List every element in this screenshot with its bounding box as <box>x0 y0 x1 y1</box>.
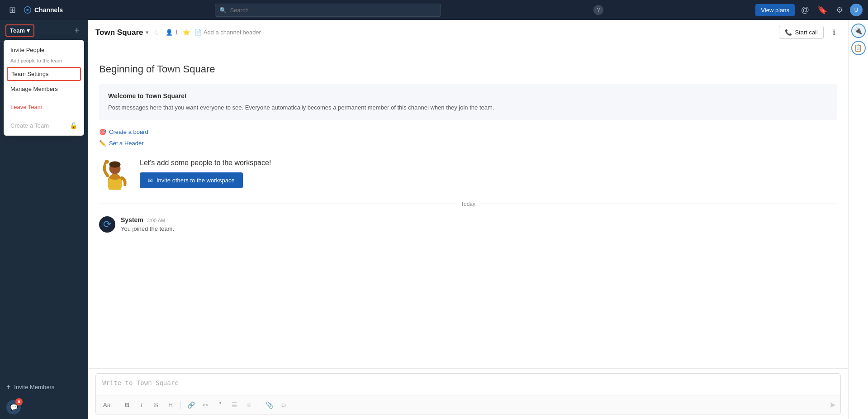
board-icon: 🎯 <box>99 129 106 135</box>
sidebar-header: Team ▾ + <box>0 20 88 42</box>
dropdown-divider-2 <box>4 116 84 116</box>
dropdown-invite-sub: Add people to the team <box>4 57 84 66</box>
dropdown-divider <box>4 98 84 98</box>
font-button[interactable]: Aa <box>100 399 113 411</box>
dropdown-leave-team[interactable]: Leave Team <box>4 100 84 114</box>
channel-info-button[interactable]: ℹ <box>827 26 841 39</box>
attach-button[interactable]: 📎 <box>263 399 275 411</box>
sidebar-bottom: 💬 8 <box>0 395 88 419</box>
welcome-text: Post messages here that you want everyon… <box>108 103 828 112</box>
team-name: Team ▾ <box>10 27 30 34</box>
plugin-icon: 🔌 <box>854 27 863 35</box>
input-box: Aa B I S H 🔗 <> " ☰ ≡ 📎 ☺ ➤ <box>95 373 841 414</box>
board-sidebar-icon: 📋 <box>854 44 863 52</box>
input-toolbar: Aa B I S H 🔗 <> " ☰ ≡ 📎 ☺ ➤ <box>96 395 840 414</box>
welcome-box: Welcome to Town Square! Post messages he… <box>99 84 837 120</box>
set-header-link[interactable]: ✏️ Set a Header <box>99 140 837 147</box>
dropdown-invite-people[interactable]: Invite People <box>4 43 84 57</box>
app-logo: Channels <box>24 6 63 14</box>
channel-header-right: 📞 Start call ℹ <box>779 26 841 39</box>
today-divider: Today <box>99 201 837 207</box>
message-sender: System <box>121 216 143 224</box>
message-text: You joined the team. <box>121 225 174 232</box>
member-count[interactable]: 👤 1 <box>166 29 178 36</box>
channel-meta: 👤 1 ⭐ 📄 Add a channel header <box>166 29 261 36</box>
person-illustration <box>99 156 131 192</box>
invite-heading: Let's add some people to the workspace! <box>140 159 271 167</box>
layout: Team ▾ + Invite People Add people to the… <box>0 20 868 419</box>
badge-count: 8 <box>15 398 23 405</box>
user-avatar[interactable]: U <box>850 4 863 16</box>
app-name: Channels <box>34 6 63 14</box>
channel-title-group: Town Square ▾ ☆ <box>95 28 159 37</box>
search-input[interactable] <box>215 4 441 17</box>
ordered-list-button[interactable]: ≡ <box>242 399 255 411</box>
message-content: System 3:00 AM You joined the team. <box>121 216 174 233</box>
bookmarks-icon[interactable]: 🔖 <box>816 3 829 17</box>
strikethrough-button[interactable]: S <box>150 399 162 411</box>
toolbar-divider-1 <box>117 401 117 409</box>
unordered-list-button[interactable]: ☰ <box>228 399 241 411</box>
pencil-icon: ✏️ <box>99 140 106 147</box>
dropdown-manage-members[interactable]: Manage Members <box>4 82 84 96</box>
settings-icon[interactable]: ⚙ <box>833 3 846 17</box>
start-call-button[interactable]: 📞 Start call <box>779 26 824 39</box>
today-label: Today <box>461 201 475 207</box>
invite-content: Let's add some people to the workspace! … <box>140 159 271 188</box>
channel-beginning-title: Beginning of Town Square <box>99 63 837 75</box>
bold-button[interactable]: B <box>121 399 133 411</box>
plus-icon: + <box>6 383 10 391</box>
svg-point-4 <box>105 159 109 163</box>
toolbar-divider-2 <box>180 401 181 409</box>
svg-point-3 <box>109 161 121 167</box>
channel-header: Town Square ▾ ☆ 👤 1 ⭐ 📄 Add a channel he… <box>88 20 848 45</box>
message-header: System 3:00 AM <box>121 216 174 224</box>
toolbar-divider-3 <box>259 401 259 409</box>
help-button[interactable]: ? <box>593 5 603 15</box>
channel-input-area: Aa B I S H 🔗 <> " ☰ ≡ 📎 ☺ ➤ <box>88 368 848 419</box>
search-icon: 🔍 <box>219 7 227 14</box>
member-icon: 👤 <box>166 29 173 36</box>
lock-icon: 🔒 <box>70 122 77 129</box>
invite-workspace-button[interactable]: ✉ Invite others to the workspace <box>140 172 243 188</box>
main-content: Town Square ▾ ☆ 👤 1 ⭐ 📄 Add a channel he… <box>88 20 848 419</box>
dropdown-create-team[interactable]: Create a Team 🔒 <box>4 118 84 133</box>
quote-button[interactable]: " <box>213 399 226 411</box>
link-button[interactable]: 🔗 <box>185 399 197 411</box>
create-board-link[interactable]: 🎯 Create a board <box>99 129 837 135</box>
right-sidebar: 🔌 📋 <box>848 20 868 419</box>
add-channel-button[interactable]: + <box>71 25 83 37</box>
doc-icon: 📄 <box>194 29 202 36</box>
message-input[interactable] <box>96 374 840 394</box>
heading-button[interactable]: H <box>164 399 177 411</box>
favorite-icon[interactable]: ⭐ <box>183 29 190 36</box>
view-plans-button[interactable]: View plans <box>755 4 795 16</box>
channel-star-icon[interactable]: ☆ <box>153 29 159 37</box>
invite-section: Let's add some people to the workspace! … <box>99 156 837 192</box>
notification-badge[interactable]: 💬 8 <box>6 400 21 414</box>
right-sidebar-board-icon[interactable]: 📋 <box>851 41 866 55</box>
search-bar: 🔍 <box>215 4 441 17</box>
code-button[interactable]: <> <box>199 399 212 411</box>
envelope-icon: ✉ <box>148 177 153 184</box>
team-dropdown-menu: Invite People Add people to the team Tea… <box>4 40 84 136</box>
right-sidebar-plugin-icon[interactable]: 🔌 <box>851 24 866 38</box>
team-dropdown-button[interactable]: Team ▾ <box>5 24 34 37</box>
channel-body: Beginning of Town Square Welcome to Town… <box>88 45 848 368</box>
system-avatar: ⟳ <box>99 216 115 233</box>
dropdown-team-settings[interactable]: Team Settings <box>7 67 81 81</box>
italic-button[interactable]: I <box>135 399 148 411</box>
phone-icon: 📞 <box>785 29 792 36</box>
emoji-button[interactable]: ☺ <box>277 399 290 411</box>
message-time: 3:00 AM <box>147 218 165 223</box>
channel-chevron-icon[interactable]: ▾ <box>146 29 149 36</box>
topbar-right: View plans @ 🔖 ⚙ U <box>755 3 863 17</box>
topbar: ⊞ Channels 🔍 ? View plans @ 🔖 ⚙ U <box>0 0 868 20</box>
grid-icon[interactable]: ⊞ <box>5 3 19 17</box>
channel-name: Town Square <box>95 28 143 37</box>
invite-members-item[interactable]: + Invite Members <box>0 378 88 395</box>
add-channel-header[interactable]: 📄 Add a channel header <box>194 29 261 36</box>
send-button[interactable]: ➤ <box>829 400 836 410</box>
invite-members-label: Invite Members <box>14 384 54 390</box>
mentions-icon[interactable]: @ <box>798 3 812 17</box>
